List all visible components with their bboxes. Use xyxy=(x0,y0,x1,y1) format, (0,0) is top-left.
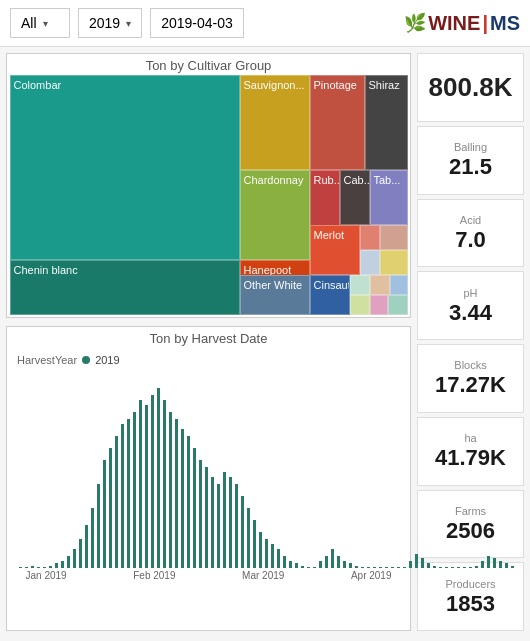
treemap-cell[interactable]: Other White xyxy=(240,275,310,315)
treemap-cell[interactable]: Cinsaut xyxy=(310,275,350,315)
stat-label: Producers xyxy=(445,578,495,590)
bar xyxy=(169,412,172,568)
bar xyxy=(61,561,64,568)
logo-pipe: | xyxy=(482,12,488,35)
stat-value: 2506 xyxy=(446,519,495,543)
treemap-cell[interactable]: Chenin blanc xyxy=(10,260,240,315)
treemap-cell[interactable]: Colombar xyxy=(10,75,240,260)
bar xyxy=(259,532,262,568)
bar xyxy=(55,563,58,568)
treemap-cell[interactable] xyxy=(350,275,370,295)
bar xyxy=(91,508,94,568)
bar xyxy=(481,561,484,568)
bar xyxy=(157,388,160,568)
legend-dot-icon xyxy=(82,356,90,364)
treemap-cell[interactable] xyxy=(380,250,408,275)
treemap-cell[interactable]: Pinotage xyxy=(310,75,365,170)
filter-all-dropdown[interactable]: All ▾ xyxy=(10,8,70,38)
bar xyxy=(49,566,52,568)
bar xyxy=(223,472,226,568)
bar xyxy=(355,566,358,568)
stat-label: pH xyxy=(463,287,477,299)
bar xyxy=(487,556,490,568)
bar xyxy=(337,556,340,568)
treemap-cell[interactable] xyxy=(390,275,408,295)
treemap-cell[interactable]: Merlot xyxy=(310,225,360,275)
treemap-cell[interactable] xyxy=(370,275,390,295)
treemap-cell[interactable]: Chardonnay xyxy=(240,170,310,260)
bar xyxy=(307,567,310,568)
barchart-title: Ton by Harvest Date xyxy=(7,327,410,348)
bar xyxy=(127,419,130,568)
logo-leaf-icon: 🌿 xyxy=(404,12,426,34)
bar xyxy=(475,566,478,568)
treemap-cell[interactable] xyxy=(360,250,380,275)
bar-chart-area xyxy=(14,368,404,568)
logo-ms-text: MS xyxy=(490,12,520,35)
bar xyxy=(421,558,424,568)
filter-date-dropdown[interactable]: 2019-04-03 xyxy=(150,8,244,38)
bar xyxy=(505,563,508,568)
header: All ▾ 2019 ▾ 2019-04-03 🌿 WINE | MS xyxy=(0,0,530,47)
treemap-title: Ton by Cultivar Group xyxy=(7,54,410,75)
bar xyxy=(463,567,466,568)
treemap-cell[interactable] xyxy=(380,225,408,250)
stat-card: Blocks17.27K xyxy=(417,344,524,413)
bar xyxy=(97,484,100,568)
bar xyxy=(115,436,118,568)
bar xyxy=(439,567,442,568)
bar xyxy=(103,460,106,568)
bar xyxy=(295,563,298,568)
chart-legend: HarvestYear 2019 xyxy=(7,348,410,368)
stat-value: 17.27K xyxy=(435,373,506,397)
x-axis-label: Jan 2019 xyxy=(26,570,67,581)
filter-year-dropdown[interactable]: 2019 ▾ xyxy=(78,8,142,38)
bar xyxy=(349,563,352,568)
bar xyxy=(235,484,238,568)
x-axis-label: Apr 2019 xyxy=(351,570,392,581)
stat-card: Acid7.0 xyxy=(417,199,524,268)
bar xyxy=(67,556,70,568)
treemap-cell[interactable]: Sauvignon... xyxy=(240,75,310,170)
bar xyxy=(493,558,496,568)
main-content: Ton by Cultivar Group ColombarSauvignon.… xyxy=(0,47,530,637)
treemap-cell[interactable]: Tab... xyxy=(370,170,408,225)
filter-all-label: All xyxy=(21,15,37,31)
left-panels: Ton by Cultivar Group ColombarSauvignon.… xyxy=(0,47,415,637)
stat-value: 7.0 xyxy=(455,228,486,252)
bar xyxy=(403,567,406,568)
bar xyxy=(37,567,40,568)
bar xyxy=(193,448,196,568)
treemap-cell[interactable] xyxy=(388,295,408,315)
stat-value: 1853 xyxy=(446,592,495,616)
bar xyxy=(145,405,148,568)
bar xyxy=(175,419,178,568)
stat-label: ha xyxy=(464,432,476,444)
treemap-cell[interactable]: Shiraz xyxy=(365,75,408,170)
bar xyxy=(391,567,394,568)
bar xyxy=(313,567,316,568)
bar xyxy=(265,539,268,568)
x-axis-label: Feb 2019 xyxy=(133,570,175,581)
treemap-cell[interactable] xyxy=(350,295,370,315)
chart-x-labels: Jan 2019Feb 2019Mar 2019Apr 2019 xyxy=(14,568,404,581)
bar xyxy=(253,520,256,568)
bar xyxy=(499,561,502,568)
bar xyxy=(277,549,280,568)
bar xyxy=(385,567,388,568)
treemap-cell[interactable] xyxy=(370,295,388,315)
bar xyxy=(271,544,274,568)
bar xyxy=(229,477,232,568)
treemap-cell[interactable]: Cab... xyxy=(340,170,370,225)
treemap-container[interactable]: ColombarSauvignon...PinotageShirazChardo… xyxy=(10,75,408,315)
treemap-cell[interactable] xyxy=(360,225,380,250)
bar xyxy=(283,556,286,568)
barchart-panel: Ton by Harvest Date HarvestYear 2019 Jan… xyxy=(6,326,411,631)
bar xyxy=(289,561,292,568)
bar xyxy=(109,448,112,568)
bar xyxy=(151,395,154,568)
stat-card: Farms2506 xyxy=(417,490,524,559)
stat-card: Balling21.5 xyxy=(417,126,524,195)
bar xyxy=(163,400,166,568)
bar xyxy=(511,566,514,568)
